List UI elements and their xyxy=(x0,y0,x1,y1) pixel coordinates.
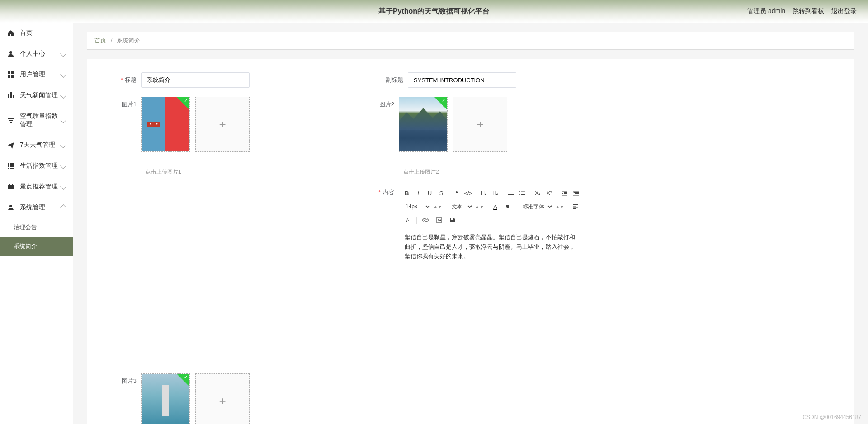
bgcolor-button[interactable] xyxy=(502,202,513,212)
svg-rect-30 xyxy=(436,218,442,222)
svg-rect-7 xyxy=(13,95,14,98)
main-content: 首页 / 系统简介 *标题 副标题 图片1 xyxy=(73,23,868,424)
sidebar-item-aqi[interactable]: 空气质量指数管理 xyxy=(0,106,73,135)
svg-rect-10 xyxy=(10,122,12,123)
home-icon xyxy=(7,29,14,37)
code-button[interactable]: </> xyxy=(463,188,473,198)
subtitle-input[interactable] xyxy=(408,72,516,88)
svg-rect-5 xyxy=(8,94,9,98)
grid-icon xyxy=(7,71,14,78)
strike-button[interactable]: S xyxy=(436,188,446,198)
admin-label[interactable]: 管理员 admin xyxy=(747,7,785,14)
svg-rect-11 xyxy=(8,163,9,165)
breadcrumb-current: 系统简介 xyxy=(117,37,140,44)
image3-upload-button[interactable]: + xyxy=(195,373,250,424)
sidebar-item-spot-rec[interactable]: 景点推荐管理 xyxy=(0,176,73,197)
italic-button[interactable]: I xyxy=(413,188,423,198)
breadcrumb: 首页 / 系统简介 xyxy=(87,32,854,50)
indent-button[interactable] xyxy=(560,188,569,198)
chevron-up-icon xyxy=(60,204,66,211)
sidebar-subitem-system-intro[interactable]: 系统简介 xyxy=(0,237,73,256)
subscript-button[interactable]: X₂ xyxy=(533,188,542,198)
svg-rect-16 xyxy=(10,168,14,169)
image1-label: 图片1 xyxy=(114,97,141,108)
svg-rect-9 xyxy=(9,120,13,121)
page-title: 基于Python的天气数据可视化平台 xyxy=(378,7,490,16)
svg-rect-8 xyxy=(8,118,14,119)
sidebar-subitem-announcement[interactable]: 治理公告 xyxy=(0,218,73,237)
sidebar-item-label: 生活指数管理 xyxy=(20,162,58,170)
ol-button[interactable] xyxy=(506,188,515,198)
bold-button[interactable]: B xyxy=(402,188,411,198)
ul-button[interactable] xyxy=(517,188,527,198)
sidebar-item-label: 用户管理 xyxy=(20,71,45,79)
link-button[interactable] xyxy=(420,215,431,225)
save-button[interactable] xyxy=(447,215,458,225)
svg-rect-26 xyxy=(573,204,578,205)
form-card: *标题 副标题 图片1 xyxy=(87,59,854,424)
textcolor-button[interactable]: A xyxy=(490,202,500,212)
sidebar-item-weather-news[interactable]: 天气新闻管理 xyxy=(0,85,73,106)
content-label: *内容 xyxy=(372,185,399,197)
svg-point-24 xyxy=(519,194,520,195)
image2-upload-button[interactable]: + xyxy=(453,97,507,152)
h1-button[interactable]: H₁ xyxy=(479,188,488,198)
image1-upload-button[interactable]: + xyxy=(195,97,250,152)
rich-editor: B I U S ❝ </> H₁ H₂ xyxy=(399,185,584,364)
svg-point-22 xyxy=(519,193,520,193)
outdent-button[interactable] xyxy=(571,188,581,198)
sidebar-item-seven-day[interactable]: 7天天气管理 xyxy=(0,135,73,155)
logout-link[interactable]: 退出登录 xyxy=(831,7,857,14)
sidebar-item-personal[interactable]: 个人中心 xyxy=(0,43,73,64)
fontfamily-select[interactable]: 标准字体 xyxy=(519,202,553,212)
image2-thumbnail[interactable] xyxy=(399,97,448,152)
filter-icon xyxy=(7,117,14,124)
quote-button[interactable]: ❝ xyxy=(452,188,462,198)
header-right: 管理员 admin 跳转到看板 退出登录 xyxy=(742,7,857,15)
svg-point-18 xyxy=(150,123,151,125)
superscript-button[interactable]: X² xyxy=(544,188,554,198)
bars-icon xyxy=(7,92,14,99)
image-button[interactable] xyxy=(433,215,445,225)
watermark: CSDN @001694456187 xyxy=(802,414,861,420)
svg-rect-2 xyxy=(11,71,14,74)
image1-thumbnail[interactable] xyxy=(141,97,190,152)
sidebar-item-label: 7天天气管理 xyxy=(20,141,55,149)
breadcrumb-home[interactable]: 首页 xyxy=(94,37,106,44)
svg-rect-15 xyxy=(8,168,9,169)
svg-point-20 xyxy=(519,191,520,192)
editor-toolbar: B I U S ❝ </> H₁ H₂ xyxy=(399,185,584,228)
sidebar: 首页 个人中心 用户管理 天气新闻管理 xyxy=(0,23,73,424)
underline-button[interactable]: U xyxy=(425,188,434,198)
clearformat-button[interactable]: Ix xyxy=(402,215,414,225)
dashboard-link[interactable]: 跳转到看板 xyxy=(793,7,824,14)
texttype-select[interactable]: 文本 xyxy=(448,202,473,212)
sidebar-item-label: 系统管理 xyxy=(20,203,45,212)
chevron-down-icon xyxy=(60,184,66,190)
align-button[interactable] xyxy=(570,202,581,212)
sidebar-item-home[interactable]: 首页 xyxy=(0,23,73,43)
title-label: *标题 xyxy=(114,72,141,84)
svg-rect-29 xyxy=(573,208,576,209)
title-input[interactable] xyxy=(141,72,250,88)
breadcrumb-sep: / xyxy=(111,37,113,44)
fontsize-select[interactable]: 14px xyxy=(402,202,431,212)
sidebar-item-label: 景点推荐管理 xyxy=(20,183,58,191)
sidebar-item-life-index[interactable]: 生活指数管理 xyxy=(0,155,73,176)
sidebar-item-sys-mgmt[interactable]: 系统管理 xyxy=(0,197,73,218)
list-icon xyxy=(7,162,14,170)
sidebar-item-label: 天气新闻管理 xyxy=(20,91,58,99)
chevron-down-icon xyxy=(60,142,66,148)
editor-content[interactable]: 坚信自己是颗星，穿云破雾亮晶晶。坚信自己是燧石，不怕敲打和曲折，坚信自己是人才，… xyxy=(399,228,584,364)
sidebar-item-label: 首页 xyxy=(20,29,33,37)
svg-rect-14 xyxy=(10,165,14,167)
image3-thumbnail[interactable] xyxy=(141,373,190,424)
svg-rect-23 xyxy=(521,193,525,193)
header: 基于Python的天气数据可视化平台 管理员 admin 跳转到看板 退出登录 xyxy=(0,0,868,23)
svg-rect-28 xyxy=(573,207,578,208)
sidebar-item-user-mgmt[interactable]: 用户管理 xyxy=(0,64,73,85)
h2-button[interactable]: H₂ xyxy=(491,188,500,198)
image3-label: 图片3 xyxy=(114,373,141,385)
svg-rect-1 xyxy=(8,71,10,74)
svg-point-17 xyxy=(9,205,12,207)
